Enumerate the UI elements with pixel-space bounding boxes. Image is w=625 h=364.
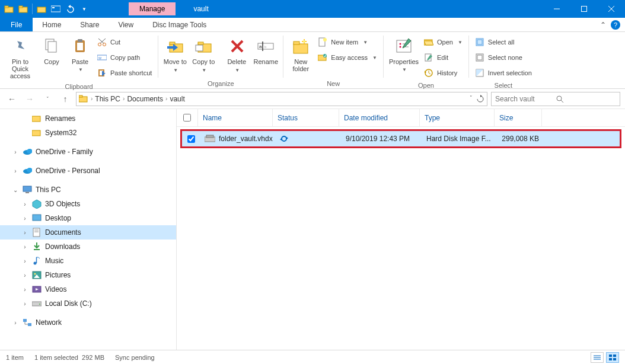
tab-disc-image-tools[interactable]: Disc Image Tools <box>143 18 216 31</box>
qat-folder-icon[interactable] <box>2 2 15 15</box>
breadcrumb-documents[interactable]: Documents <box>127 95 163 103</box>
3d-objects-icon <box>32 199 42 209</box>
svg-point-44 <box>400 46 401 48</box>
tab-file[interactable]: File <box>0 18 33 31</box>
header-type[interactable]: Type <box>420 109 495 126</box>
tab-view[interactable]: View <box>109 18 143 31</box>
row-date-cell: 9/10/2019 12:43 PM <box>341 131 422 146</box>
paste-button[interactable]: Paste ▼ <box>66 34 94 75</box>
new-folder-label: New folder <box>288 58 313 72</box>
maximize-button[interactable] <box>570 0 598 18</box>
help-button[interactable]: ? <box>611 20 620 30</box>
new-item-button[interactable]: New item▼ <box>318 36 377 49</box>
move-to-label: Move to ▼ <box>163 58 188 74</box>
easy-access-icon <box>318 53 327 62</box>
address-bar[interactable]: › This PC › Documents › vault ˅ <box>76 92 487 106</box>
row-checkbox[interactable] <box>182 131 200 146</box>
row-name-cell[interactable]: folder_vault.vhdx <box>200 131 275 146</box>
new-folder-button[interactable]: New folder <box>287 34 314 75</box>
breadcrumb-this-pc[interactable]: This PC <box>95 95 120 103</box>
nav-videos[interactable]: ›Videos <box>0 282 176 296</box>
nav-documents[interactable]: ›Documents <box>0 225 176 240</box>
nav-pictures[interactable]: ›Pictures <box>0 268 176 282</box>
open-icon <box>424 37 433 47</box>
cut-button[interactable]: Cut <box>97 36 152 49</box>
copy-button[interactable]: Copy <box>38 34 65 68</box>
file-row[interactable]: folder_vault.vhdx 9/10/2019 12:43 PM Har… <box>182 131 620 146</box>
collapse-ribbon-icon[interactable]: ⌃ <box>600 21 606 29</box>
select-none-button[interactable]: Select none <box>475 51 532 64</box>
header-date[interactable]: Date modified <box>339 109 420 126</box>
qat-folder3-icon[interactable] <box>35 2 48 15</box>
nav-local-disk[interactable]: ›Local Disk (C:) <box>0 296 176 311</box>
nav-desktop[interactable]: ›Desktop <box>0 211 176 225</box>
nav-onedrive-family[interactable]: ›OneDrive - Family <box>0 145 176 159</box>
nav-music[interactable]: ›Music <box>0 254 176 268</box>
history-icon <box>424 68 433 78</box>
title-context-tab: Manage <box>129 2 176 15</box>
svg-rect-67 <box>25 192 29 193</box>
videos-icon <box>32 285 42 294</box>
history-button[interactable]: History <box>424 66 463 79</box>
delete-button[interactable]: Delete ▼ <box>224 34 251 76</box>
qat-customize-icon[interactable]: ▼ <box>78 2 91 15</box>
svg-rect-66 <box>23 186 31 191</box>
qat-properties-icon[interactable] <box>49 2 62 15</box>
highlighted-annotation: folder_vault.vhdx 9/10/2019 12:43 PM Har… <box>180 129 621 148</box>
move-to-button[interactable]: Move to ▼ <box>162 34 189 76</box>
breadcrumb-vault[interactable]: vault <box>170 95 184 103</box>
nav-system32[interactable]: System32 <box>0 126 176 140</box>
qat-undo-icon[interactable] <box>63 2 76 15</box>
nav-label: 3D Objects <box>45 200 80 208</box>
nav-renames[interactable]: Renames <box>0 111 176 126</box>
tab-home[interactable]: Home <box>33 18 71 31</box>
svg-point-82 <box>39 304 40 305</box>
open-button[interactable]: Open▼ <box>424 36 463 49</box>
chevron-right-icon[interactable]: › <box>91 95 93 102</box>
nav-downloads[interactable]: ›Downloads <box>0 240 176 254</box>
pin-to-quick-access-button[interactable]: Pin to Quick access <box>4 34 37 82</box>
tab-share[interactable]: Share <box>71 18 109 31</box>
recent-dropdown-icon[interactable]: ˅ <box>40 92 55 106</box>
up-button[interactable]: ↑ <box>58 92 72 106</box>
minimize-button[interactable] <box>543 0 570 18</box>
nav-label: Pictures <box>45 271 71 279</box>
header-name[interactable]: Name <box>198 109 273 126</box>
address-dropdown-icon[interactable]: ˅ <box>467 95 475 103</box>
qat-folder2-icon[interactable] <box>17 2 30 15</box>
chevron-down-icon: ▼ <box>77 68 83 73</box>
select-all-button[interactable]: Select all <box>475 36 532 49</box>
svg-rect-52 <box>477 40 482 44</box>
edit-button[interactable]: Edit <box>424 51 463 64</box>
copy-path-button[interactable]: wCopy path <box>97 51 152 64</box>
rename-button[interactable]: ab Rename <box>252 34 279 68</box>
close-button[interactable] <box>598 0 625 18</box>
svg-rect-28 <box>196 45 203 51</box>
search-input[interactable]: Search vault <box>491 92 620 106</box>
nav-onedrive-personal[interactable]: ›OneDrive - Personal <box>0 164 176 178</box>
chevron-right-icon[interactable]: › <box>165 95 167 102</box>
icons-view-toggle[interactable] <box>606 352 619 363</box>
copy-to-button[interactable]: Copy to ▼ <box>190 34 218 76</box>
refresh-icon[interactable] <box>476 95 484 103</box>
nav-label: System32 <box>45 129 76 137</box>
paste-shortcut-button[interactable]: Paste shortcut <box>97 66 152 79</box>
address-bar-row: ← → ˅ ↑ › This PC › Documents › vault ˅ … <box>0 89 625 109</box>
properties-button[interactable]: Properties ▼ <box>387 34 420 75</box>
details-view-toggle[interactable] <box>591 352 604 363</box>
onedrive-icon <box>23 147 32 157</box>
back-button[interactable]: ← <box>5 92 19 106</box>
invert-selection-button[interactable]: Invert selection <box>475 66 532 79</box>
header-size[interactable]: Size <box>495 109 542 126</box>
forward-button[interactable]: → <box>23 92 37 106</box>
easy-access-button[interactable]: Easy access▼ <box>318 51 377 64</box>
chevron-right-icon[interactable]: › <box>123 95 125 102</box>
pin-label: Pin to Quick access <box>5 58 36 79</box>
nav-network[interactable]: ›Network <box>0 315 176 330</box>
header-status[interactable]: Status <box>273 109 339 126</box>
desktop-icon <box>32 213 42 223</box>
vhdx-file-icon <box>205 135 215 143</box>
header-check[interactable] <box>177 109 198 126</box>
nav-3d-objects[interactable]: ›3D Objects <box>0 197 176 211</box>
nav-this-pc[interactable]: ⌄This PC <box>0 183 176 197</box>
